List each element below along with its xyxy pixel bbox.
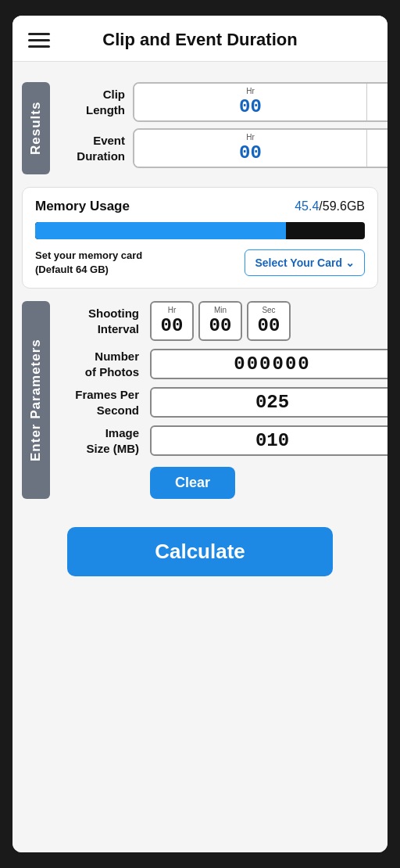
memory-desc-line2: (Default 64 GB) xyxy=(35,264,109,275)
params-tab: Enter Parameters xyxy=(22,301,50,499)
event-hr-unit: Hr xyxy=(134,130,367,167)
menu-button[interactable] xyxy=(28,33,50,48)
hamburger-line-2 xyxy=(28,39,50,41)
shooting-hr-label: Hr xyxy=(168,306,177,314)
main-content: Results ClipLength Hr Min xyxy=(12,62,388,852)
shooting-sec-unit: Sec xyxy=(247,301,291,341)
memory-card: Memory Usage 45.4/59.6GB Set your memory… xyxy=(22,187,378,289)
params-section: Enter Parameters ShootingInterval Hr Min xyxy=(22,301,378,499)
shooting-interval-inputs: Hr Min Sec xyxy=(150,301,291,341)
clip-length-label: ClipLength xyxy=(55,87,125,117)
fps-row: Frames PerSecond xyxy=(55,387,388,418)
results-tab: Results xyxy=(22,82,50,174)
num-photos-input[interactable] xyxy=(150,349,388,379)
event-duration-label: EventDuration xyxy=(55,133,125,163)
calculate-section: Calculate xyxy=(12,511,388,584)
shooting-min-unit: Min xyxy=(198,301,242,341)
hamburger-line-3 xyxy=(28,45,50,48)
memory-footer: Set your memory card (Default 64 GB) Sel… xyxy=(35,249,365,277)
event-hr-input[interactable] xyxy=(138,142,363,163)
progress-bar-fill xyxy=(35,222,286,239)
shooting-sec-input[interactable] xyxy=(253,315,284,336)
clip-hr-unit: Hr xyxy=(134,84,367,120)
memory-desc-line1: Set your memory card xyxy=(35,249,142,261)
hamburger-line-1 xyxy=(28,33,50,35)
clip-min-input[interactable] xyxy=(370,96,388,117)
event-min-input[interactable] xyxy=(370,142,388,163)
select-card-button[interactable]: Select Your Card ⌄ xyxy=(245,249,365,276)
event-duration-inputs: Hr Min Sec xyxy=(133,128,388,168)
shooting-sec-label: Sec xyxy=(262,306,275,314)
progress-bar-background xyxy=(35,222,365,239)
clip-hr-label: Hr xyxy=(246,87,255,95)
image-size-row: ImageSize (MB) xyxy=(55,425,388,456)
event-min-unit: Min xyxy=(367,130,388,167)
memory-title: Memory Usage xyxy=(35,199,130,214)
clip-min-unit: Min xyxy=(367,84,388,120)
calculate-button[interactable]: Calculate xyxy=(67,527,333,576)
memory-header: Memory Usage 45.4/59.6GB xyxy=(35,199,365,214)
fps-input[interactable] xyxy=(150,387,388,418)
image-size-input[interactable] xyxy=(150,425,388,456)
phone-frame: Clip and Event Duration Results ClipLeng… xyxy=(12,16,388,852)
clip-length-row: ClipLength Hr Min Sec xyxy=(55,82,388,122)
event-duration-row: EventDuration Hr Min Sec xyxy=(55,128,388,168)
memory-used: 45.4 xyxy=(295,199,319,213)
clear-button[interactable]: Clear xyxy=(150,467,235,499)
shooting-min-label: Min xyxy=(214,306,227,314)
memory-total: 59.6GB xyxy=(323,199,365,213)
shooting-min-input[interactable] xyxy=(205,315,236,336)
shooting-interval-row: ShootingInterval Hr Min Sec xyxy=(55,301,388,341)
shooting-hr-unit: Hr xyxy=(150,301,194,341)
fps-label: Frames PerSecond xyxy=(55,387,139,418)
chevron-down-icon: ⌄ xyxy=(345,256,355,269)
clip-length-inputs: Hr Min Sec xyxy=(133,82,388,122)
results-content: ClipLength Hr Min Sec xyxy=(55,82,388,174)
clear-button-row: Clear xyxy=(55,464,388,499)
clip-hr-input[interactable] xyxy=(138,96,363,117)
event-hr-label: Hr xyxy=(246,133,255,142)
page-title: Clip and Event Duration xyxy=(50,30,350,50)
num-photos-label: Numberof Photos xyxy=(55,349,139,379)
header: Clip and Event Duration xyxy=(12,16,388,62)
select-card-label: Select Your Card xyxy=(255,256,342,269)
memory-usage-value: 45.4/59.6GB xyxy=(295,199,365,213)
image-size-label: ImageSize (MB) xyxy=(55,425,139,456)
memory-description: Set your memory card (Default 64 GB) xyxy=(35,249,142,277)
shooting-interval-label: ShootingInterval xyxy=(55,306,139,336)
shooting-hr-input[interactable] xyxy=(156,315,188,336)
params-content: ShootingInterval Hr Min Sec xyxy=(55,301,388,499)
num-photos-row: Numberof Photos xyxy=(55,349,388,379)
results-section: Results ClipLength Hr Min xyxy=(22,82,378,174)
